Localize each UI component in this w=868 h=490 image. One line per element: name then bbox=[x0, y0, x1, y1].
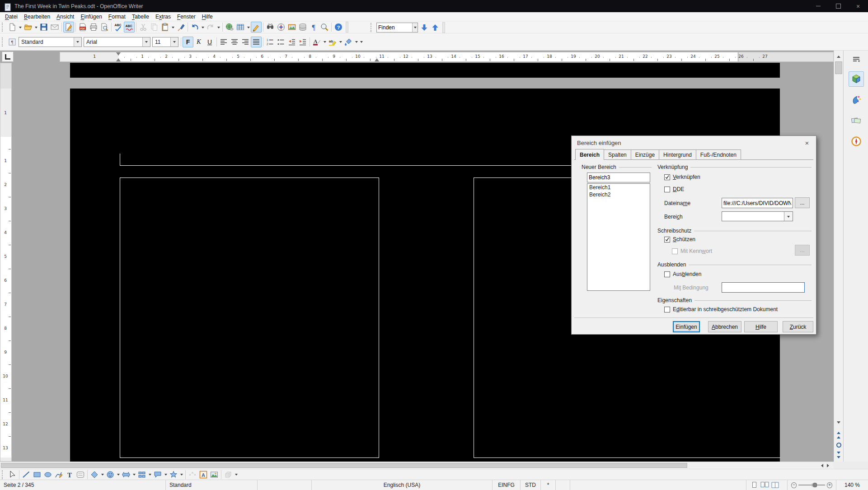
vertical-ruler[interactable]: 112345678910111213 bbox=[0, 63, 12, 462]
dialog-title-bar[interactable]: Bereich einfügen bbox=[572, 136, 816, 149]
gallery-button[interactable] bbox=[286, 22, 297, 33]
table-dropdown[interactable] bbox=[246, 22, 251, 33]
section-name-field[interactable] bbox=[587, 173, 650, 182]
auto-spellcheck-button[interactable]: ABC bbox=[124, 22, 135, 33]
align-right-button[interactable] bbox=[240, 37, 251, 47]
left-indent-marker[interactable] bbox=[116, 52, 121, 56]
menu-ansicht[interactable]: Ansicht bbox=[53, 13, 77, 21]
section-name-input[interactable] bbox=[587, 173, 650, 182]
zoom-in-icon[interactable]: + bbox=[827, 482, 832, 488]
selection-mode-indicator[interactable]: STD bbox=[521, 480, 541, 490]
background-color-button[interactable] bbox=[343, 37, 354, 47]
right-indent-marker[interactable] bbox=[375, 58, 379, 61]
menu-bearbeiten[interactable]: Bearbeiten bbox=[21, 13, 53, 21]
dde-checkbox[interactable]: DDE bbox=[664, 186, 684, 192]
navigation-dot-button[interactable] bbox=[835, 440, 842, 450]
menu-format[interactable]: Format bbox=[105, 13, 129, 21]
increase-indent-button[interactable] bbox=[297, 37, 308, 47]
new-document-button[interactable] bbox=[7, 22, 18, 33]
edit-file-button[interactable] bbox=[63, 22, 74, 33]
find-dropdown-button[interactable] bbox=[412, 23, 418, 32]
bullet-list-button[interactable] bbox=[276, 37, 286, 47]
print-button[interactable] bbox=[88, 22, 99, 33]
filename-field[interactable] bbox=[722, 198, 793, 208]
maximize-button[interactable] bbox=[828, 0, 848, 12]
ellipse-button[interactable] bbox=[42, 469, 53, 480]
tab-stop-selector[interactable] bbox=[2, 51, 14, 62]
data-sources-button[interactable] bbox=[297, 22, 308, 33]
minimize-button[interactable] bbox=[808, 0, 828, 12]
align-left-button[interactable] bbox=[218, 37, 229, 47]
vertical-scrollbar[interactable] bbox=[834, 51, 843, 462]
italic-button[interactable]: K bbox=[193, 37, 204, 47]
rectangle-button[interactable] bbox=[32, 469, 42, 480]
styles-panel-button[interactable] bbox=[849, 92, 864, 107]
symbol-shapes-dropdown[interactable] bbox=[116, 469, 121, 480]
toolbar-grip[interactable] bbox=[2, 23, 5, 32]
align-justify-button[interactable] bbox=[251, 37, 262, 47]
format-paintbrush-button[interactable] bbox=[175, 22, 186, 33]
next-page-button[interactable] bbox=[835, 451, 842, 461]
font-size-combo[interactable]: 11 bbox=[152, 37, 178, 47]
font-dropdown-button[interactable] bbox=[142, 37, 150, 47]
zoom-slider[interactable]: − + bbox=[788, 480, 836, 490]
save-button[interactable] bbox=[38, 22, 49, 33]
tab-spalten[interactable]: Spalten bbox=[604, 149, 631, 160]
formatting-marks-button[interactable]: ¶ bbox=[308, 22, 319, 33]
section-select-combo[interactable] bbox=[722, 211, 793, 221]
spellcheck-button[interactable]: ABC bbox=[113, 22, 124, 33]
callouts-button[interactable] bbox=[152, 469, 163, 480]
insert-button[interactable]: Einfügen bbox=[673, 321, 700, 332]
zoom-slider-knob[interactable] bbox=[813, 483, 817, 487]
draw-functions-button[interactable] bbox=[251, 22, 262, 33]
highlighting-dropdown[interactable] bbox=[338, 37, 343, 47]
scroll-right-button[interactable] bbox=[825, 463, 832, 468]
block-arrows-dropdown[interactable] bbox=[131, 469, 136, 480]
section-combo-dropdown[interactable] bbox=[784, 212, 793, 221]
find-input-combo[interactable] bbox=[376, 23, 418, 33]
symbol-shapes-button[interactable] bbox=[105, 469, 116, 480]
insert-mode-indicator[interactable]: EINFG bbox=[493, 480, 521, 490]
previous-page-button[interactable] bbox=[835, 429, 842, 439]
decrease-indent-button[interactable] bbox=[286, 37, 297, 47]
section-list-item[interactable]: Bereich1 bbox=[587, 184, 650, 191]
menu-extras[interactable]: Extras bbox=[152, 13, 174, 21]
paragraph-style-combo[interactable]: Standard bbox=[19, 37, 82, 47]
find-toolbar-grip[interactable] bbox=[371, 23, 374, 32]
menu-datei[interactable]: Datei bbox=[2, 13, 21, 21]
flowchart-button[interactable] bbox=[136, 469, 147, 480]
menu-tabelle[interactable]: Tabelle bbox=[129, 13, 152, 21]
open-button[interactable] bbox=[23, 22, 33, 33]
text-button[interactable]: T bbox=[64, 469, 75, 480]
numbered-list-button[interactable]: 12 bbox=[265, 37, 276, 47]
text-frame-button[interactable] bbox=[75, 469, 86, 480]
fontwork-gallery-button[interactable]: A bbox=[198, 469, 209, 480]
dialog-close-button[interactable]: × bbox=[801, 138, 813, 148]
first-line-indent-marker[interactable] bbox=[116, 58, 121, 61]
navigator-button[interactable] bbox=[276, 22, 286, 33]
book-view-button[interactable] bbox=[771, 481, 779, 489]
scroll-up-button[interactable] bbox=[835, 52, 842, 59]
multi-page-view-button[interactable] bbox=[760, 481, 769, 489]
close-button[interactable]: × bbox=[848, 0, 868, 12]
help-button[interactable]: Hilfe bbox=[744, 321, 778, 332]
line-button[interactable] bbox=[21, 469, 32, 480]
browse-file-button[interactable]: ... bbox=[795, 197, 810, 208]
page-preview-button[interactable] bbox=[99, 22, 110, 33]
vertical-scroll-thumb[interactable] bbox=[835, 61, 842, 74]
block-arrows-button[interactable] bbox=[121, 469, 131, 480]
language-indicator[interactable]: Englisch (USA) bbox=[312, 480, 493, 490]
single-page-view-button[interactable] bbox=[750, 481, 759, 489]
redo-dropdown[interactable] bbox=[216, 22, 221, 33]
size-dropdown-button[interactable] bbox=[170, 37, 178, 47]
background-color-dropdown[interactable] bbox=[354, 37, 359, 47]
new-document-dropdown[interactable] bbox=[18, 22, 23, 33]
hyperlink-button[interactable] bbox=[224, 22, 235, 33]
find-replace-button[interactable] bbox=[265, 22, 276, 33]
table-button[interactable] bbox=[235, 22, 246, 33]
navigator-panel-button[interactable] bbox=[849, 134, 864, 149]
condition-input[interactable] bbox=[722, 283, 804, 292]
font-name-combo[interactable]: Arial bbox=[84, 37, 150, 47]
bold-button[interactable]: F bbox=[183, 37, 193, 47]
back-button[interactable]: Zurück bbox=[783, 321, 813, 332]
